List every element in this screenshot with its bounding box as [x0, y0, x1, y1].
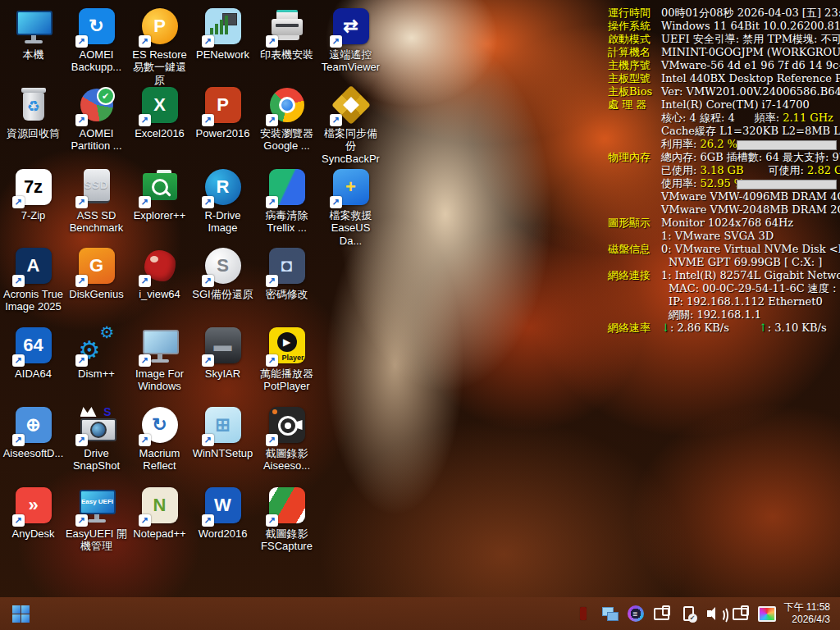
- desktop-icon-password-reset[interactable]: ◘↗密碼修改: [255, 246, 318, 300]
- desktop-icon-label: Notepad++: [128, 527, 191, 540]
- usage-progress-bar: [737, 140, 837, 150]
- desktop-icon-easyuefi[interactable]: Easy UEFI↗EasyUEFI 開機管理: [65, 486, 128, 553]
- desktop-icon-recycle-bin[interactable]: ♻資源回收筒: [2, 85, 65, 139]
- sysinfo-row: 主機序號VMware-56 4d e1 96 7f d6 14 9c-b8 06…: [597, 59, 840, 72]
- sysinfo-label: [597, 256, 660, 269]
- aiseesoft-d-icon: ⊕↗: [14, 405, 53, 445]
- shortcut-arrow-icon: ↗: [139, 514, 151, 527]
- shortcut-arrow-icon: ↗: [12, 196, 25, 208]
- sysinfo-row: NVME GPT 69.99GB [ C:X: ]: [597, 256, 840, 269]
- desktop-icon-aiseesoft-d[interactable]: ⊕↗AiseesoftD...: [2, 405, 65, 459]
- desktop-icon-anydesk[interactable]: »↗AnyDesk: [2, 486, 65, 540]
- rdrive-image-icon: R↗: [203, 167, 243, 207]
- shortcut-arrow-icon: ↗: [75, 114, 88, 126]
- sysinfo-label: 圖形顯示: [597, 217, 660, 230]
- sysinfo-row: VMware VMW-4096MB DRAM 4GB: [597, 190, 840, 203]
- sysinfo-row: 操作系統Windows 11 64Bit 10.0.26200.8117 PE: [597, 20, 840, 33]
- clock[interactable]: 下午 11:58 2026/4/3: [784, 601, 833, 626]
- shortcut-arrow-icon: ↗: [266, 196, 278, 208]
- sysinfo-value: 總內存: 6GB 插槽數: 64 最大支持: 97GB: [660, 151, 840, 164]
- system-tray: ≡ ✔ 下午 11:58 2026/4/3: [574, 601, 840, 626]
- shortcut-arrow-icon: ↗: [266, 514, 278, 527]
- display-color-icon[interactable]: [758, 605, 776, 623]
- usb-eject-icon[interactable]: ✔: [679, 605, 697, 623]
- desktop-icon-easeus-recovery[interactable]: +↗檔案救援 EaseUS Da...: [319, 167, 382, 247]
- desktop-icon-rdrive-image[interactable]: R↗R-Drive Image: [191, 167, 254, 235]
- explorer-pp-icon: ↗: [140, 167, 180, 207]
- desktop-icon-skyiar[interactable]: ▬↗SkyIAR: [191, 326, 254, 380]
- start-button[interactable]: [8, 601, 33, 626]
- sysinfo-label: 磁盤信息: [597, 243, 660, 256]
- desktop-icon-label: 萬能播放器 PotPlayer: [255, 368, 318, 393]
- desktop-icon-label: 本機: [2, 48, 65, 61]
- network-computers-icon[interactable]: [600, 605, 619, 623]
- desktop-icon-7zip[interactable]: 7z↗7-Zip: [2, 167, 65, 221]
- volume-icon[interactable]: [705, 605, 724, 623]
- desktop-icon-label: Power2016: [191, 127, 254, 139]
- sysinfo-row: 物理內存總內存: 6GB 插槽數: 64 最大支持: 97GB: [597, 151, 840, 164]
- desktop-icon-potplayer[interactable]: ▶Player↗萬能播放器 PotPlayer: [255, 326, 318, 393]
- shortcut-arrow-icon: ↗: [75, 434, 88, 446]
- sysinfo-value: 1: Intel(R) 82574L Gigabit Network: [660, 269, 840, 282]
- desktop-icon-teamviewer[interactable]: ⇄↗遠端遙控 TeamViewer: [319, 7, 382, 74]
- sysinfo-row: 運行時間00時01分08秒 2026-04-03 [五] 23:58:12: [597, 7, 840, 20]
- sysinfo-value: Windows 11 64Bit 10.0.26200.8117 PE: [660, 20, 840, 33]
- shortcut-arrow-icon: ↗: [139, 196, 151, 208]
- macrium-reflect-icon: ↻↗: [140, 405, 180, 445]
- desktop-icon-aida64[interactable]: 64↗AIDA64: [2, 326, 65, 380]
- desktop-icon-es-restore[interactable]: P↗ES Restore 易數一鍵還原: [128, 7, 191, 86]
- desktop-icon-power2016[interactable]: P↗Power2016: [191, 85, 254, 139]
- desktop-icon-printer-install[interactable]: ↗印表機安裝: [255, 7, 318, 61]
- notepad-pp-icon: N↗: [140, 486, 180, 525]
- desktop-icon-this-pc[interactable]: 本機: [2, 7, 65, 61]
- sysinfo-row: 網絡速率↓: 2.86 KB/s↑: 3.10 KB/s: [597, 322, 840, 335]
- desktop-icon-trellix-antivirus[interactable]: ↗病毒清除 Trellix ...: [255, 167, 318, 235]
- sysinfo-row: 使用率: 52.95 %: [597, 177, 840, 190]
- sysinfo-label: 網絡連接: [597, 269, 660, 282]
- desktop-icon-label: AIDA64: [2, 368, 65, 380]
- desktop-icon-as-ssd-benchmark[interactable]: SSD↗ASS SD Benchmark: [65, 167, 128, 235]
- desktop-icon-label: SkyIAR: [191, 368, 254, 380]
- desktop-icon-label: Explorer++: [128, 209, 191, 221]
- desktop-icon-label: i_view64: [128, 288, 191, 300]
- desktop-icon-explorer-pp[interactable]: ↗Explorer++: [128, 167, 191, 221]
- sysinfo-row: 啟動模式UEFI 安全引導: 禁用 TPM模塊: 不可用: [597, 33, 840, 46]
- desktop-icon-notepad-pp[interactable]: N↗Notepad++: [128, 486, 191, 540]
- desktop-icon-aomei-partition[interactable]: ✔↗AOMEI Partition ...: [65, 85, 128, 153]
- aomei-partition-icon: ✔↗: [77, 85, 116, 125]
- desktop-icon-excel2016[interactable]: X↗Excel2016: [128, 85, 191, 139]
- desktop-icon-sgi-backup[interactable]: S↗SGI備份還原: [191, 246, 254, 300]
- ime-red-icon[interactable]: [574, 605, 592, 623]
- shortcut-arrow-icon: ↗: [139, 114, 151, 126]
- shortcut-arrow-icon: ↗: [12, 275, 25, 287]
- desktop-icon-aiseesoft-recorder[interactable]: ↗截圖錄影 Aiseeso...: [255, 405, 318, 472]
- desktop-icon-penetwork[interactable]: ↗PENetwork: [191, 7, 254, 61]
- desktop-icon-label: AOMEI Backupp...: [65, 48, 128, 74]
- aiseesoft-recorder-icon: ↗: [267, 405, 307, 445]
- desktop-icon-image-for-windows[interactable]: ↗Image For Windows: [128, 326, 191, 393]
- desktop-icon-acronis-true-image[interactable]: A↗Acronis True Image 2025: [2, 246, 65, 313]
- desktop-icon-label: AiseesoftD...: [2, 447, 65, 459]
- desktop-icon-word2016[interactable]: W↗Word2016: [191, 486, 254, 540]
- desktop-icon-diskgenius[interactable]: G↗DiskGenius: [65, 246, 128, 300]
- desktop-icon-syncbackpro[interactable]: ↗檔案同步備份 SyncBackPro: [319, 85, 382, 177]
- desktop-icon-irfanview[interactable]: ↗i_view64: [128, 246, 191, 300]
- taskbar: ≡ ✔ 下午 11:58 2026/4/3: [0, 597, 840, 630]
- desktop-icon-dism[interactable]: ⚙⚙↗Dism++: [65, 326, 128, 380]
- monitor-plug-icon[interactable]: [653, 605, 671, 623]
- desktop-icon-fscapture[interactable]: ↗截圖錄影 FSCapture: [255, 486, 318, 553]
- sysinfo-value: Intel 440BX Desktop Reference Platform: [660, 72, 840, 85]
- shortcut-arrow-icon: ↗: [266, 354, 278, 367]
- desktop-icon-drive-snapshot[interactable]: S↗Drive SnapShot: [65, 405, 128, 472]
- desktop-icon-macrium-reflect[interactable]: ↻↗Macrium Reflect: [128, 405, 191, 472]
- shortcut-arrow-icon: ↗: [202, 434, 214, 446]
- monitor-plug-icon-2[interactable]: [732, 605, 750, 623]
- language-circle-icon[interactable]: ≡: [627, 605, 645, 623]
- diskgenius-icon: G↗: [77, 246, 116, 285]
- desktop-icon-chrome-install[interactable]: ↗安裝瀏覽器 Google ...: [255, 85, 318, 153]
- sysinfo-label: 主板型號: [597, 72, 660, 85]
- easyuefi-icon: Easy UEFI↗: [77, 486, 116, 525]
- desktop-icon-winntsetup[interactable]: ⊞↗WinNTSetup: [191, 405, 254, 459]
- desktop-icon-aomei-backupper[interactable]: ↻↗AOMEI Backupp...: [65, 7, 128, 74]
- sysinfo-label: 主板Bios: [597, 85, 660, 98]
